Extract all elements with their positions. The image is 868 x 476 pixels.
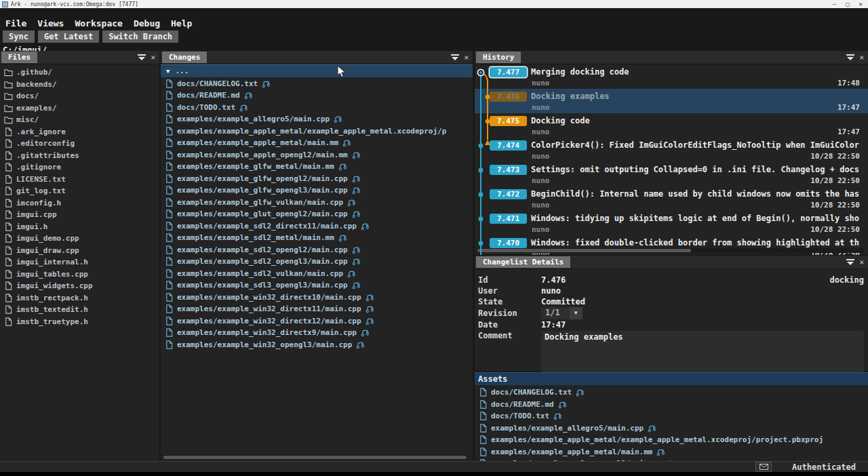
changed-file-row[interactable]: examples/example_apple_metal/main.mm [475, 446, 868, 458]
changed-file-row[interactable]: examples/example_glut_opengl2/main.cpp [161, 208, 473, 220]
tab-files[interactable]: Files [1, 52, 37, 63]
maximize-button[interactable]: ▢ [846, 1, 849, 7]
changed-file-row[interactable]: docs/CHANGELOG.txt [475, 386, 868, 399]
close-panel-icon[interactable]: ✕ [859, 54, 864, 61]
file-tree-item[interactable]: LICENSE.txt [0, 174, 159, 186]
changed-file-row[interactable]: docs/README.md [161, 90, 473, 102]
changed-file-row[interactable]: docs/README.md [475, 399, 868, 411]
changed-file-row[interactable]: examples/example_win32_directx9/main.cpp [161, 327, 473, 339]
file-tree-item[interactable]: .gitignore [0, 161, 159, 174]
tab-history[interactable]: History [476, 52, 521, 63]
menu-item-help[interactable]: Help [171, 18, 192, 28]
changed-file-row[interactable]: examples/example_apple_metal/main.mm [161, 137, 473, 149]
history-entry-7.471[interactable]: 7.471Windows: tidying up skipitems logic… [475, 211, 868, 235]
changed-file-row[interactable]: examples/example_glfw_opengl3/main.cpp [161, 184, 473, 197]
file-tree-item[interactable]: imgui_demo.cpp [0, 233, 159, 245]
filter-icon[interactable] [846, 54, 854, 60]
changed-file-row[interactable]: examples/example_apple_opengl2/main.mm [161, 149, 473, 161]
file-tree-item[interactable]: imstb_textedit.h [0, 304, 159, 316]
mail-icon[interactable] [755, 462, 772, 472]
changelist-badge: 7.475 [490, 116, 527, 126]
close-panel-icon[interactable]: ✕ [464, 54, 469, 61]
changed-file-row[interactable]: examples/example_glfw_opengl2/main.cpp [161, 173, 473, 185]
get-latest-button[interactable]: Get Latest [38, 31, 99, 43]
revision-selector[interactable]: 1/1▼ [541, 307, 583, 319]
file-tree-item[interactable]: docs/ [0, 90, 159, 102]
tab-changelist-details[interactable]: Changelist Details [476, 256, 570, 268]
changed-file-row[interactable]: examples/example_win32_directx10/main.cp… [161, 292, 473, 304]
changed-file-row[interactable]: docs/CHANGELOG.txt [161, 78, 473, 90]
minimize-button[interactable]: – [833, 1, 836, 7]
collapse-triangle-icon[interactable]: ▼ [166, 68, 170, 75]
filter-icon[interactable] [138, 54, 146, 60]
file-tree-item[interactable]: git_log.txt [0, 185, 159, 197]
changed-file-row[interactable]: examples/example_glfw_vulkan/main.cpp [161, 197, 473, 209]
close-panel-icon[interactable]: ✕ [859, 258, 864, 266]
menu-item-workspace[interactable]: Workspace [75, 18, 122, 28]
file-path: examples/example_glfw_opengl2/main.cpp [177, 174, 348, 183]
file-tree-item[interactable]: misc/ [0, 114, 159, 126]
history-entry-7.476[interactable]: 7.476Docking examplesnuno17:47 [475, 89, 868, 113]
changed-file-row[interactable]: examples/example_glfw_metal/main.mm [161, 161, 473, 173]
changed-file-row[interactable]: examples/example_apple_metal/example_app… [161, 125, 473, 138]
changed-file-row[interactable]: examples/example_allegro5/main.cpp [475, 422, 868, 435]
file-tree-item[interactable]: backends/ [0, 79, 159, 91]
filter-icon[interactable] [846, 259, 854, 265]
changed-file-row[interactable]: examples/example_sdl2_vulkan/main.cpp [161, 268, 473, 280]
file-path: examples/example_win32_directx11/main.cp… [177, 304, 361, 313]
sync-button[interactable]: Sync [3, 31, 35, 43]
changed-file-row[interactable]: examples/example_sdl2_metal/main.mm [161, 232, 473, 244]
file-tree-item[interactable]: imgui_draw.cpp [0, 245, 159, 257]
file-tree-item[interactable]: imconfig.h [0, 197, 159, 210]
file-tree-item[interactable]: imgui.cpp [0, 209, 159, 221]
changed-file-row[interactable]: docs/TODO.txt [475, 410, 868, 422]
file-tree-item[interactable]: .ark_ignore [0, 126, 159, 138]
history-entry-7.473[interactable]: 7.473Settings: omit outputing Collapsed=… [475, 162, 868, 186]
menu-item-debug[interactable]: Debug [134, 18, 160, 28]
file-tree-item[interactable]: imgui_tables.cpp [0, 269, 159, 281]
close-panel-icon[interactable]: ✕ [151, 54, 155, 61]
file-tree-item[interactable]: .editorconfig [0, 138, 159, 150]
file-tree-item[interactable]: imgui.h [0, 221, 159, 233]
detail-field-id: Id7.476docking [475, 275, 868, 285]
changed-file-row[interactable]: examples/example_allegro5/main.cpp [161, 113, 473, 125]
comment-textarea[interactable]: Docking examples [541, 331, 864, 374]
commit-author: nuno [532, 176, 550, 185]
changed-file-row[interactable]: examples/example_apple_metal/example_app… [475, 434, 868, 446]
changed-file-row[interactable]: docs/TODO.txt [161, 102, 473, 114]
revision-dropdown-icon[interactable]: ▼ [570, 307, 583, 319]
changes-root-row[interactable]: ▼ ... [161, 64, 473, 78]
auth-status-text: Authenticated [792, 462, 856, 472]
changelist-badge: 7.471 [490, 214, 527, 224]
changes-horizontal-scrollbar[interactable] [163, 455, 469, 460]
changed-file-row[interactable]: examples/example_sdl2_opengl2/main.cpp [161, 244, 473, 256]
file-tree-item[interactable]: imgui_internal.h [0, 256, 159, 269]
close-button[interactable]: ✕ [859, 1, 863, 7]
file-tree-item[interactable]: examples/ [0, 102, 159, 115]
field-label: Revision [478, 309, 541, 318]
changed-file-row[interactable]: examples/example_sdl2_directx11/main.cpp [161, 220, 473, 233]
tab-changes[interactable]: Changes [162, 52, 207, 63]
changed-file-row[interactable]: examples/example_win32_directx12/main.cp… [161, 315, 473, 328]
changed-file-row[interactable]: examples/example_sdl3_opengl3/main.cpp [161, 279, 473, 292]
folder-icon [4, 92, 13, 100]
changed-file-row[interactable]: examples/example_win32_directx11/main.cp… [161, 303, 473, 315]
switch-branch-button[interactable]: Switch Branch [102, 31, 178, 43]
menu-item-file[interactable]: File [5, 18, 26, 28]
history-horizontal-scrollbar[interactable] [477, 248, 865, 253]
changed-file-row[interactable]: examples/example_sdl2_opengl3/main.cpp [161, 256, 473, 268]
merge-icon [352, 210, 361, 218]
menu-item-views[interactable]: Views [37, 18, 64, 28]
changed-file-row[interactable]: examples/example_win32_opengl3/main.cpp [161, 339, 473, 351]
file-tree-item[interactable]: imstb_rectpack.h [0, 292, 159, 304]
history-entry-7.475[interactable]: 7.475Docking codenuno17:47 [475, 113, 868, 138]
file-tree-item[interactable]: imgui_widgets.cpp [0, 280, 159, 292]
history-entry-7.474[interactable]: 7.474ColorPicker4(): Fixed ImGuiColorEdi… [475, 138, 868, 162]
file-tree-item[interactable]: imstb_truetype.h [0, 316, 159, 328]
history-entry-7.472[interactable]: 7.472BeginChild(): Internal name used by… [475, 186, 868, 211]
file-tree-item[interactable]: .gitattributes [0, 150, 159, 162]
history-entry-7.477[interactable]: 7.477Merging docking codenuno17:48 [475, 64, 868, 89]
filter-icon[interactable] [451, 54, 459, 60]
file-tree-item[interactable]: .github/ [0, 66, 159, 79]
commit-title: Merging docking code [531, 67, 629, 77]
